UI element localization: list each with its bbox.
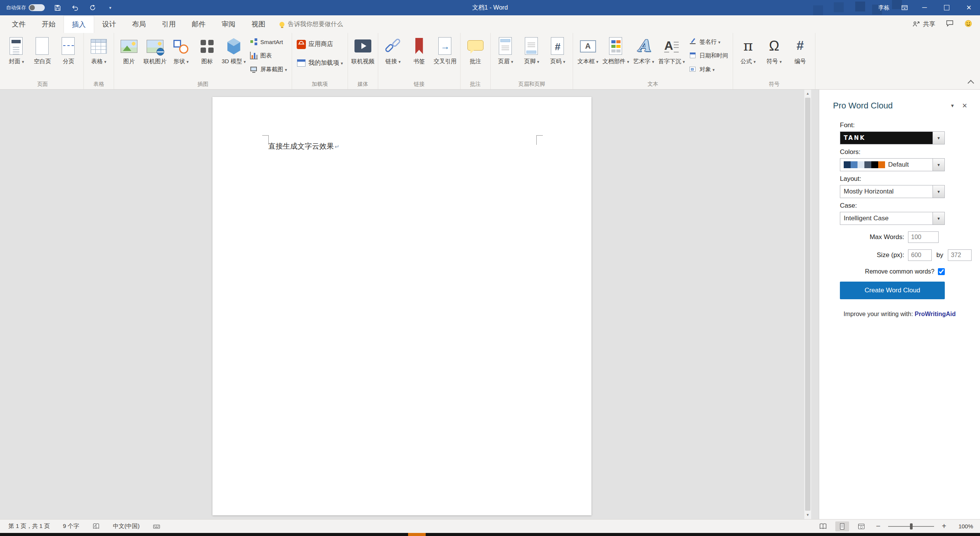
taskpane-close-button[interactable]: × bbox=[959, 100, 971, 112]
zoom-slider-thumb[interactable] bbox=[910, 523, 913, 529]
ribbon-button-page-break[interactable]: 分页 bbox=[56, 34, 82, 65]
layout-dropdown[interactable]: Mostly Horizontal ▼ bbox=[840, 185, 945, 198]
ribbon-button-my-addins[interactable]: 我的加载项 ▾ bbox=[294, 54, 346, 72]
customize-qat-button[interactable]: ▾ bbox=[105, 3, 115, 13]
save-button[interactable] bbox=[52, 3, 62, 13]
chevron-down-icon[interactable]: ▼ bbox=[933, 212, 944, 225]
ribbon-button-text-box[interactable]: 文本框 ▾ bbox=[575, 34, 601, 65]
close-button[interactable]: × bbox=[958, 0, 980, 15]
ribbon-button-comment[interactable]: 批注 bbox=[462, 34, 488, 65]
tab-文件[interactable]: 文件 bbox=[4, 15, 34, 33]
print-layout-view-button[interactable] bbox=[835, 521, 849, 531]
button-label: 艺术字 ▾ bbox=[633, 58, 654, 65]
color-swatch bbox=[878, 161, 885, 168]
create-word-cloud-button[interactable]: Create Word Cloud bbox=[840, 282, 945, 299]
tab-设计[interactable]: 设计 bbox=[94, 15, 124, 33]
autosave-toggle[interactable]: 自动保存 bbox=[6, 4, 45, 11]
ribbon-button-cross-reference[interactable]: 交叉引用 bbox=[432, 34, 458, 65]
tab-视图[interactable]: 视图 bbox=[243, 15, 273, 33]
ribbon-button-page-number[interactable]: 页码 ▾ bbox=[545, 34, 571, 65]
ribbon-button-equation[interactable]: 公式 ▾ bbox=[735, 34, 761, 65]
tell-me-box[interactable]: 告诉我你想要做什么 bbox=[279, 15, 343, 33]
scrollbar-thumb[interactable] bbox=[805, 98, 810, 511]
titlebar: 自动保存 ▾ 文档1 - Word 李栋 bbox=[0, 0, 980, 15]
ribbon-button-quick-parts[interactable]: 文档部件 ▾ bbox=[601, 34, 631, 65]
prowritingaid-link[interactable]: ProWritingAid bbox=[915, 311, 956, 317]
chevron-down-icon[interactable]: ▼ bbox=[933, 132, 944, 144]
ribbon-group-表格: 表格 ▾表格 bbox=[84, 33, 114, 89]
ribbon-button-wordart[interactable]: 艺术字 ▾ bbox=[630, 34, 657, 65]
scroll-up-arrow[interactable]: ▲ bbox=[804, 89, 811, 98]
ribbon-button-chart[interactable]: 图表 bbox=[247, 49, 290, 62]
ribbon-button-cover-page[interactable]: 封面 ▾ bbox=[3, 34, 29, 65]
ribbon-button-smartart[interactable]: SmartArt bbox=[247, 35, 290, 49]
ribbon-display-options-button[interactable] bbox=[896, 0, 913, 15]
page-indicator[interactable]: 第 1 页，共 1 页 bbox=[8, 523, 50, 530]
size-width-input[interactable] bbox=[908, 249, 932, 261]
ribbon-button-object[interactable]: 对象 ▾ bbox=[686, 62, 731, 76]
zoom-out-button[interactable]: − bbox=[874, 522, 883, 531]
taskbar-item[interactable] bbox=[408, 533, 426, 536]
ribbon-button-3d-model[interactable]: 3D 模型 ▾ bbox=[220, 34, 247, 65]
ribbon-button-link[interactable]: 链接 ▾ bbox=[380, 34, 406, 65]
language-indicator[interactable]: 中文(中国) bbox=[113, 523, 140, 530]
ribbon-button-screenshot[interactable]: 屏幕截图 ▾ bbox=[247, 62, 290, 76]
size-height-input[interactable] bbox=[948, 249, 972, 261]
document-page[interactable]: 直接生成文字云效果↵ bbox=[212, 97, 591, 515]
feedback-smiley-button[interactable] bbox=[964, 20, 972, 29]
tab-插入[interactable]: 插入 bbox=[64, 15, 94, 33]
maximize-button[interactable] bbox=[936, 0, 958, 15]
undo-button[interactable] bbox=[70, 3, 80, 13]
font-dropdown[interactable]: TANK ▼ bbox=[840, 131, 945, 144]
ribbon-button-bookmark[interactable]: 书签 bbox=[406, 34, 432, 65]
tab-邮件[interactable]: 邮件 bbox=[184, 15, 214, 33]
user-name[interactable]: 李栋 bbox=[872, 4, 896, 11]
word-count[interactable]: 9 个字 bbox=[63, 523, 79, 530]
ribbon-button-signature-line[interactable]: 签名行 ▾ bbox=[686, 35, 731, 49]
ribbon-button-footer[interactable]: 页脚 ▾ bbox=[519, 34, 545, 65]
read-mode-view-button[interactable] bbox=[816, 521, 830, 531]
chevron-down-icon[interactable]: ▼ bbox=[933, 185, 944, 198]
ribbon-button-online-video[interactable]: 联机视频 bbox=[350, 34, 376, 65]
ribbon-button-blank-page[interactable]: 空白页 bbox=[29, 34, 56, 65]
autosave-toggle-pill[interactable] bbox=[29, 4, 45, 11]
zoom-level[interactable]: 100% bbox=[954, 523, 973, 529]
tab-布局[interactable]: 布局 bbox=[124, 15, 154, 33]
tab-开始[interactable]: 开始 bbox=[34, 15, 64, 33]
ribbon-button-numbering[interactable]: 编号 bbox=[787, 34, 813, 65]
ribbon-button-symbol[interactable]: 符号 ▾ bbox=[761, 34, 787, 65]
max-words-input[interactable] bbox=[908, 231, 939, 243]
remove-common-words-checkbox[interactable] bbox=[938, 268, 945, 275]
ribbon-button-table[interactable]: 表格 ▾ bbox=[86, 34, 112, 65]
case-dropdown[interactable]: Intelligent Case ▼ bbox=[840, 212, 945, 225]
document-text[interactable]: 直接生成文字云效果 bbox=[268, 142, 334, 150]
zoom-in-button[interactable]: + bbox=[939, 522, 949, 531]
ribbon-button-shapes[interactable]: 形状 ▾ bbox=[168, 34, 194, 65]
input-method-button[interactable] bbox=[153, 523, 160, 530]
proofing-status-button[interactable] bbox=[92, 523, 100, 530]
zoom-slider[interactable] bbox=[888, 523, 934, 530]
colors-dropdown[interactable]: Default ▼ bbox=[840, 158, 945, 171]
ribbon-button-header[interactable]: 页眉 ▾ bbox=[493, 34, 519, 65]
vertical-scrollbar[interactable]: ▲ ▼ bbox=[804, 89, 811, 519]
scroll-down-arrow[interactable]: ▼ bbox=[804, 511, 811, 519]
web-layout-view-button[interactable] bbox=[854, 521, 868, 531]
dropdown-caret-icon: ▾ bbox=[753, 59, 756, 64]
redo-button[interactable] bbox=[88, 3, 98, 13]
ribbon-button-drop-cap[interactable]: 首字下沉 ▾ bbox=[657, 34, 686, 65]
improve-writing-text: Improve your writing with: bbox=[843, 311, 913, 317]
ribbon-button-store[interactable]: 应用商店 bbox=[294, 35, 346, 54]
tab-引用[interactable]: 引用 bbox=[154, 15, 184, 33]
table-icon bbox=[89, 36, 109, 56]
share-button[interactable]: 共享 bbox=[912, 20, 935, 28]
tab-审阅[interactable]: 审阅 bbox=[214, 15, 243, 33]
chevron-down-icon[interactable]: ▼ bbox=[933, 159, 944, 171]
document-paragraph[interactable]: 直接生成文字云效果↵ bbox=[268, 141, 340, 152]
comments-button[interactable] bbox=[946, 20, 954, 29]
taskpane-menu-button[interactable]: ▼ bbox=[946, 100, 959, 112]
ribbon-button-online-picture[interactable]: 联机图片 bbox=[142, 34, 168, 65]
minimize-button[interactable]: ─ bbox=[913, 0, 936, 15]
ribbon-button-date-time[interactable]: 日期和时间 bbox=[686, 49, 731, 62]
ribbon-button-picture[interactable]: 图片 bbox=[116, 34, 142, 65]
ribbon-button-icons[interactable]: 图标 bbox=[194, 34, 220, 65]
